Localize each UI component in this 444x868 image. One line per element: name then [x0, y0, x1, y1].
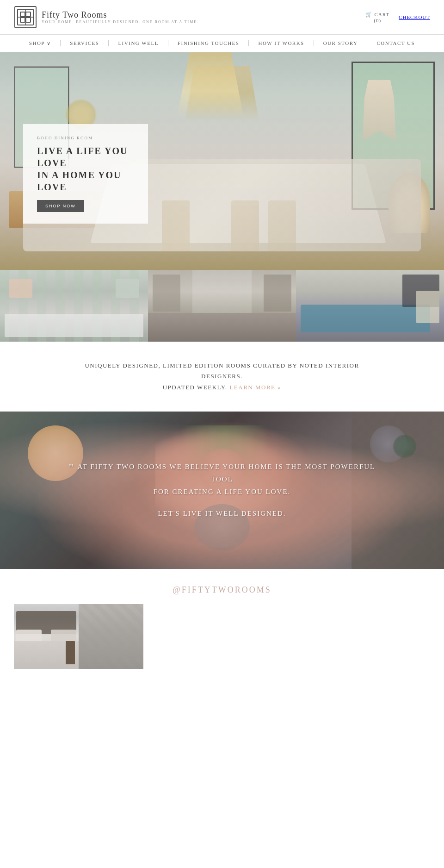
nav-living-well[interactable]: LIVING WELL [109, 40, 168, 46]
header-right: 🛒 CART (0) CHECKOUT [365, 12, 430, 23]
nav-contact-us[interactable]: CONTACT US [367, 40, 424, 46]
thumbnail-3[interactable] [296, 270, 444, 342]
banner-text: " AT FIFTY TWO ROOMS WE BELIEVE YOUR HOM… [60, 461, 384, 520]
logo-area[interactable]: Fifty Two Rooms YOUR HOME. BEAUTIFULLY D… [14, 6, 199, 29]
instagram-handle-link[interactable]: @FIFTYTWOROOMS [14, 585, 430, 595]
instagram-post-2[interactable]: The bed tells the story between dusk and… [79, 604, 143, 669]
site-header: Fifty Two Rooms YOUR HOME. BEAUTIFULLY D… [0, 0, 444, 35]
banner-line3: LET'S LIVE IT WELL DESIGNED. [60, 507, 384, 520]
logo-text: Fifty Two Rooms YOUR HOME. BEAUTIFULLY D… [42, 10, 199, 24]
banner-line1-text: AT FIFTY TWO ROOMS WE BELIEVE YOUR HOME … [77, 463, 375, 483]
nav-finishing-touches[interactable]: FINISHING TOUCHES [168, 40, 249, 46]
hero-overlay: BOHO DINING ROOM LIVE A LIFE YOU LOVE IN… [23, 124, 148, 224]
hero-subtitle: BOHO DINING ROOM [37, 136, 134, 140]
instagram-post-1-image [14, 604, 79, 669]
hero-cta-button[interactable]: SHOP NOW [37, 200, 84, 212]
thumbnail-1[interactable] [0, 270, 148, 342]
instagram-section: @FIFTYTWOROOMS [0, 569, 444, 678]
thumbnail-2[interactable] [148, 270, 296, 342]
cart-count: (0) [374, 18, 381, 23]
thumb-scene-2 [148, 270, 296, 342]
room-thumbnails [0, 270, 444, 342]
cart-area[interactable]: 🛒 CART (0) [365, 12, 389, 23]
instagram-post-1[interactable] [14, 604, 79, 669]
svg-rect-5 [26, 18, 31, 22]
svg-rect-2 [20, 12, 25, 17]
svg-rect-3 [26, 12, 31, 17]
site-tagline: YOUR HOME. BEAUTIFULLY DESIGNED. ONE ROO… [42, 20, 199, 24]
main-nav: SHOP ∨ SERVICES LIVING WELL FINISHING TO… [0, 35, 444, 52]
instagram-grid: The bed tells the story between dusk and… [14, 604, 430, 669]
hero-section: BOHO DINING ROOM LIVE A LIFE YOU LOVE IN… [0, 52, 444, 270]
site-name: Fifty Two Rooms [42, 10, 199, 20]
logo-icon [14, 6, 37, 29]
banner-section: " AT FIFTY TWO ROOMS WE BELIEVE YOUR HOM… [0, 412, 444, 569]
description-line2: DESIGNERS. [37, 371, 407, 381]
instagram-post-2-image: The bed tells the story between dusk and… [79, 604, 143, 669]
description-line1: UNIQUELY DESIGNED, LIMITED EDITION ROOMS… [37, 360, 407, 371]
hero-title: LIVE A LIFE YOU LOVE IN A HOME YOU LOVE [37, 145, 134, 193]
banner-line2: FOR CREATING A LIFE YOU LOVE. [60, 486, 384, 498]
banner-line1: " AT FIFTY TWO ROOMS WE BELIEVE YOUR HOM… [60, 461, 384, 486]
cart-label[interactable]: 🛒 CART [365, 12, 389, 18]
nav-how-it-works[interactable]: HOW IT WORKS [249, 40, 314, 46]
description-line3-text: UPDATED WEEKLY. [163, 384, 228, 391]
nav-our-story[interactable]: OUR STORY [314, 40, 368, 46]
quote-mark: " [69, 462, 74, 474]
nav-shop[interactable]: SHOP ∨ [20, 40, 61, 46]
hero-title-text: LIVE A LIFE YOU LOVE IN A HOME YOU LOVE [37, 146, 128, 192]
banner-background: " AT FIFTY TWO ROOMS WE BELIEVE YOUR HOM… [0, 412, 444, 569]
checkout-link[interactable]: CHECKOUT [399, 14, 430, 20]
nav-services[interactable]: SERVICES [61, 40, 109, 46]
thumb-scene-3 [296, 270, 444, 342]
description-line3: UPDATED WEEKLY. LEARN MORE » [37, 382, 407, 393]
learn-more-link[interactable]: LEARN MORE » [229, 384, 281, 391]
cart-icon: 🛒 [365, 12, 372, 18]
thumb-scene-1 [0, 270, 148, 342]
description-section: UNIQUELY DESIGNED, LIMITED EDITION ROOMS… [0, 342, 444, 412]
svg-rect-4 [20, 18, 25, 22]
